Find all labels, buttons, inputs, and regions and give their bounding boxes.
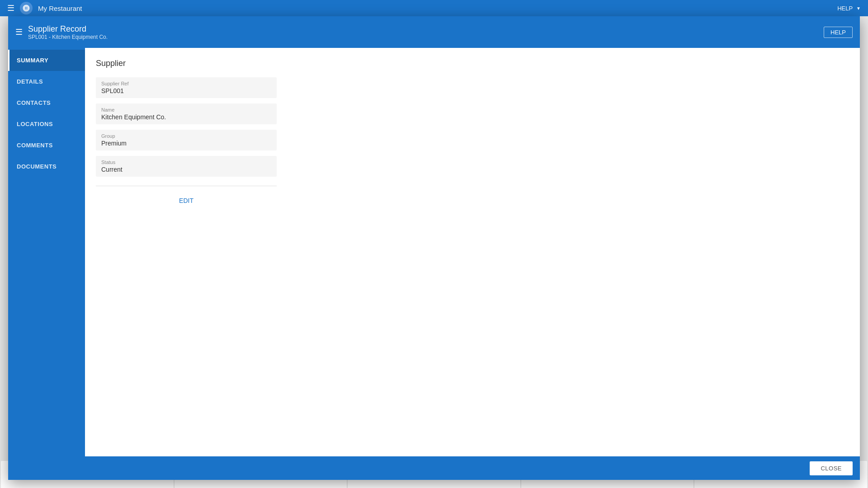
label-supplier-ref: Supplier Ref xyxy=(101,81,271,86)
app-title: My Restaurant xyxy=(38,5,82,12)
app-logo xyxy=(20,2,33,14)
modal-help-button[interactable]: HELP xyxy=(824,27,853,38)
content-divider xyxy=(96,186,277,186)
modal-dialog: ☰ Supplier Record SPL001 - Kitchen Equip… xyxy=(8,16,860,480)
modal-header: ☰ Supplier Record SPL001 - Kitchen Equip… xyxy=(8,16,860,48)
value-status: Current xyxy=(101,166,271,173)
top-nav: ☰ My Restaurant HELP ▼ xyxy=(0,0,868,16)
value-supplier-ref: SPL001 xyxy=(101,87,271,94)
sidebar-item-details[interactable]: DETAILS xyxy=(8,71,85,92)
field-box-supplier-ref: Supplier Ref SPL001 xyxy=(96,77,277,98)
sidebar-item-locations[interactable]: LOCATIONS xyxy=(8,113,85,135)
modal-menu-icon[interactable]: ☰ xyxy=(15,27,23,37)
sidebar-item-comments[interactable]: COMMENTS xyxy=(8,135,85,156)
sidebar-item-documents[interactable]: DOCUMENTS xyxy=(8,156,85,177)
modal-footer: CLOSE xyxy=(8,456,860,480)
field-box-group: Group Premium xyxy=(96,130,277,150)
field-box-status: Status Current xyxy=(96,156,277,177)
top-nav-help-button[interactable]: HELP ▼ xyxy=(837,5,861,12)
field-group: Group Premium xyxy=(96,130,849,150)
modal-subtitle: SPL001 - Kitchen Equipment Co. xyxy=(28,34,108,40)
value-group: Premium xyxy=(101,140,271,147)
sidebar: SUMMARY DETAILS CONTACTS LOCATIONS COMME… xyxy=(8,48,85,456)
field-name: Name Kitchen Equipment Co. xyxy=(96,103,849,124)
sidebar-item-summary[interactable]: SUMMARY xyxy=(8,50,85,71)
label-group: Group xyxy=(101,133,271,139)
top-nav-left: ☰ My Restaurant xyxy=(7,2,82,14)
close-button[interactable]: CLOSE xyxy=(810,461,853,475)
modal-header-text: Supplier Record SPL001 - Kitchen Equipme… xyxy=(28,24,108,40)
modal-title: Supplier Record xyxy=(28,24,108,34)
label-name: Name xyxy=(101,107,271,113)
content-section-title: Supplier xyxy=(96,59,849,68)
modal-body: SUMMARY DETAILS CONTACTS LOCATIONS COMME… xyxy=(8,48,860,456)
edit-link[interactable]: EDIT xyxy=(96,195,277,206)
value-name: Kitchen Equipment Co. xyxy=(101,113,271,121)
content-area: Supplier Supplier Ref SPL001 Name Kitche… xyxy=(85,48,860,456)
field-box-name: Name Kitchen Equipment Co. xyxy=(96,103,277,124)
modal-header-left: ☰ Supplier Record SPL001 - Kitchen Equip… xyxy=(15,24,108,40)
sidebar-item-contacts[interactable]: CONTACTS xyxy=(8,92,85,113)
field-supplier-ref: Supplier Ref SPL001 xyxy=(96,77,849,98)
field-status: Status Current xyxy=(96,156,849,177)
hamburger-icon[interactable]: ☰ xyxy=(7,3,14,13)
help-chevron-icon: ▼ xyxy=(856,6,861,11)
label-status: Status xyxy=(101,160,271,165)
